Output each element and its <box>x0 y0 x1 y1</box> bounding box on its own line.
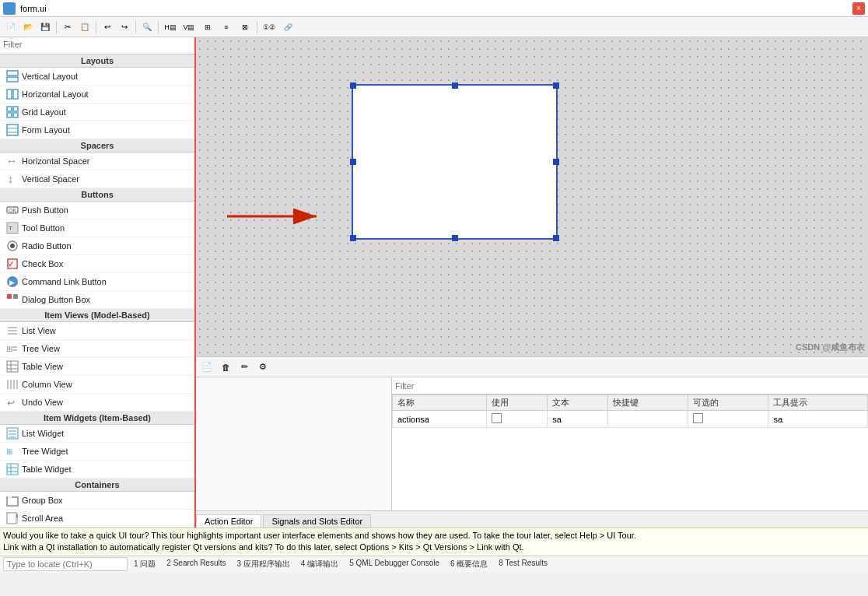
close-button[interactable]: × <box>852 2 865 15</box>
status-tab[interactable]: 1 问题 <box>129 558 160 570</box>
toolbar-undo[interactable]: ↩ <box>100 19 115 35</box>
toolbar-tab-order[interactable]: ①② <box>261 19 278 35</box>
form-widget[interactable] <box>352 84 558 240</box>
sidebar-item-horizontal-layout[interactable]: Horizontal Layout <box>0 86 194 103</box>
status-tab[interactable]: 5 QML Debugger Console <box>345 558 444 570</box>
sidebar-item-tool-button[interactable]: TTool Button <box>0 219 194 237</box>
sidebar-category: Spacers <box>0 139 194 153</box>
bottom-toolbar-edit[interactable]: ✏ <box>236 359 252 375</box>
check-icon: ✓ <box>6 258 19 270</box>
svg-rect-0 <box>7 71 18 75</box>
toolbar-layout-v[interactable]: V▤ <box>180 19 198 35</box>
svg-rect-7 <box>13 113 18 117</box>
pushbtn-icon: OK <box>6 204 19 216</box>
sidebar-item-list-widget[interactable]: List Widget <box>0 425 194 443</box>
sidebar-item-label: Column View <box>22 380 72 389</box>
toolbar-layout-form[interactable]: ≡ <box>218 19 235 35</box>
svg-rect-1 <box>7 77 18 82</box>
toolbar-copy[interactable]: 📋 <box>77 19 93 35</box>
sidebar-item-command-link-button[interactable]: ▶Command Link Button <box>0 273 194 291</box>
sidebar-item-undo-view[interactable]: ↩Undo View <box>0 394 194 412</box>
toolbar-redo[interactable]: ↪ <box>117 19 132 35</box>
toolbar-new[interactable]: 📄 <box>3 19 19 35</box>
sidebar-item-scroll-area[interactable]: Scroll Area <box>0 510 194 528</box>
tab-signals-and-slots-editor[interactable]: Signals and Slots Editor <box>263 514 371 528</box>
toolbar-cut[interactable]: ✂ <box>60 19 75 35</box>
toolbar-save[interactable]: 💾 <box>37 19 53 35</box>
sidebar-item-radio-button[interactable]: Radio Button <box>0 237 194 255</box>
sidebar-item-label: Group Box <box>22 496 63 505</box>
bottom-left-panel <box>196 377 392 510</box>
sidebar-item-label: Form Layout <box>22 125 70 135</box>
toolbar-layout-break[interactable]: ⊠ <box>236 19 254 35</box>
bottom-toolbar-add[interactable]: 📄 <box>199 359 215 375</box>
sidebar-item-column-view[interactable]: Column View <box>0 376 194 394</box>
sidebar-item-table-view[interactable]: Table View <box>0 358 194 376</box>
toolbar-open[interactable]: 📂 <box>20 19 36 35</box>
table-cell: sa <box>768 411 868 428</box>
status-tab[interactable]: 3 应用程序输出 <box>233 558 295 570</box>
resize-handle-bl[interactable] <box>350 235 356 241</box>
vbox-icon <box>6 70 19 82</box>
sidebar-item-check-box[interactable]: ✓Check Box <box>0 255 194 273</box>
resize-handle-ml[interactable] <box>350 159 356 165</box>
sidebar-item-label: Table View <box>22 362 63 371</box>
sidebar-item-label: Check Box <box>22 259 63 268</box>
table-cell: sa <box>548 411 608 428</box>
svg-rect-31 <box>7 361 18 372</box>
sidebar-category: Item Views (Model-Based) <box>0 309 194 322</box>
sidebar-item-grid-layout[interactable]: Grid Layout <box>0 103 194 121</box>
toolbar-layout-h[interactable]: H▤ <box>162 19 179 35</box>
resize-handle-tl[interactable] <box>350 82 356 89</box>
bottom-filter-bar <box>392 377 868 394</box>
sidebar-item-vertical-layout[interactable]: Vertical Layout <box>0 68 194 86</box>
title-bar-text: form.ui <box>20 4 848 13</box>
sidebar-item-horizontal-spacer[interactable]: ↔Horizontal Spacer <box>0 153 194 170</box>
sidebar-item-tree-view[interactable]: ⊞Tree View <box>0 340 194 358</box>
toolbtn-icon: T <box>6 222 19 234</box>
toolbar-layout-grid[interactable]: ⊞ <box>199 19 216 35</box>
notification-text: Link with a Qt installation to automatic… <box>3 542 865 553</box>
bottom-filter-input[interactable] <box>395 381 865 391</box>
toolbar-sep2 <box>96 21 96 33</box>
sidebar-filter-input[interactable] <box>3 40 191 49</box>
bottom-right-panel: 名称使用文本快捷键可选的工具提示 actionsasasa <box>392 377 868 510</box>
locate-input[interactable] <box>3 557 128 571</box>
resize-handle-bc[interactable] <box>452 235 458 241</box>
resize-handle-tr[interactable] <box>553 82 559 89</box>
bottom-toolbar-delete[interactable]: 🗑 <box>218 359 233 375</box>
status-tab[interactable]: 2 Search Results <box>162 558 230 570</box>
use-checkbox[interactable] <box>492 413 502 423</box>
sidebar-item-vertical-spacer[interactable]: ↕Vertical Spacer <box>0 170 194 188</box>
svg-text:✓: ✓ <box>8 260 14 268</box>
table-cell <box>688 411 768 428</box>
sidebar-item-label: Dialog Button Box <box>22 295 90 304</box>
svg-rect-52 <box>7 513 16 524</box>
sidebar-item-list-view[interactable]: List View <box>0 322 194 340</box>
checkable-checkbox[interactable] <box>693 413 703 423</box>
sidebar-item-group-box[interactable]: Group Box <box>0 492 194 510</box>
table-cell <box>486 411 547 428</box>
status-tab[interactable]: 8 Test Results <box>494 558 552 570</box>
sidebar-item-dialog-button-box[interactable]: Dialog Button Box <box>0 291 194 309</box>
resize-handle-br[interactable] <box>553 235 559 241</box>
sidebar-item-tree-widget[interactable]: ⊞Tree Widget <box>0 443 194 461</box>
status-tab[interactable]: 6 概要信息 <box>446 558 492 570</box>
tab-action-editor[interactable]: Action Editor <box>196 514 261 528</box>
vspacer-icon: ↕ <box>6 173 19 185</box>
toolbar-zoom[interactable]: 🔍 <box>139 19 155 35</box>
notification-text: Would you like to take a quick UI tour? … <box>3 530 865 542</box>
sidebar-item-table-widget[interactable]: Table Widget <box>0 461 194 479</box>
sidebar-item-push-button[interactable]: OKPush Button <box>0 202 194 219</box>
svg-rect-23 <box>7 294 12 299</box>
cmdlink-icon: ▶ <box>6 275 19 288</box>
toolbar-buddies[interactable]: 🔗 <box>279 19 296 35</box>
status-tabs: 1 问题2 Search Results3 应用程序输出4 编译输出5 QML … <box>129 558 865 570</box>
bottom-toolbar-settings[interactable]: ⚙ <box>255 359 271 375</box>
design-canvas[interactable]: CSDN @咸鱼布衣 <box>196 37 868 356</box>
status-tab[interactable]: 4 编译输出 <box>296 558 343 570</box>
sidebar-item-form-layout[interactable]: Form Layout <box>0 121 194 139</box>
resize-handle-tc[interactable] <box>452 82 458 89</box>
resize-handle-mr[interactable] <box>553 159 559 165</box>
treewidget-icon: ⊞ <box>6 445 19 458</box>
